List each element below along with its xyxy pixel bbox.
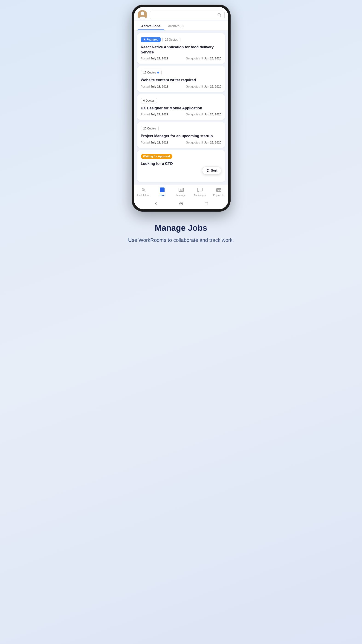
payments-label: Payments: [213, 194, 224, 196]
posted-date-3: Posted July 28, 2021: [141, 113, 168, 116]
hire-icon: [159, 187, 165, 193]
tabs-bar: Active Jobs Archive(9): [134, 21, 228, 30]
job-card-4[interactable]: 20 Quotes Project Manager for an upcomin…: [137, 122, 225, 148]
manage-icon: [178, 187, 184, 193]
card-badges-2: 12 Quotes: [141, 70, 221, 75]
tab-archive[interactable]: Archive(9): [164, 21, 187, 30]
svg-point-1: [141, 12, 144, 15]
promo-title: Manage Jobs: [128, 223, 234, 233]
jobs-list: Featured 29 Quotes React Native Applicat…: [134, 30, 228, 185]
android-nav-bar: [134, 199, 228, 209]
nav-payments[interactable]: Payments: [212, 187, 226, 196]
messages-icon: [197, 187, 203, 193]
hire-label: Hire: [160, 194, 165, 196]
job-meta-3: Posted July 28, 2021 Get quotes till Jun…: [141, 113, 221, 116]
search-icon: [217, 13, 222, 17]
svg-point-7: [142, 189, 144, 190]
messages-label: Messages: [194, 194, 206, 196]
recents-button[interactable]: [204, 201, 209, 206]
avatar: [138, 10, 147, 20]
sort-label: Sort: [211, 168, 218, 172]
quotes-date-1: Get quotes till Jun 26, 2020: [186, 57, 221, 60]
posted-date-2: Posted July 28, 2021: [141, 85, 168, 88]
job-meta-4: Posted July 28, 2021 Get quotes till Jun…: [141, 141, 221, 144]
svg-rect-10: [217, 188, 221, 192]
home-button[interactable]: [179, 201, 184, 206]
find-talent-icon: [140, 187, 146, 193]
svg-rect-12: [219, 190, 220, 191]
job-title-3: UX Designer for Mobile Application: [141, 106, 221, 111]
badge-waiting: Waiting for Approval: [141, 154, 172, 159]
search-box[interactable]: [150, 10, 225, 19]
svg-line-4: [220, 16, 221, 17]
new-indicator-dot: [157, 72, 159, 74]
badge-quotes-3: 0 Quotes: [141, 98, 157, 104]
badge-quotes-4: 20 Quotes: [141, 126, 159, 131]
job-title-1: React Native Application for food delive…: [141, 45, 221, 54]
svg-point-14: [180, 203, 182, 204]
card-badges-5: Waiting for Approval: [141, 154, 221, 159]
card-badges-1: Featured 29 Quotes: [141, 37, 221, 42]
job-title-5: Looking for a CTO: [141, 161, 221, 166]
svg-point-11: [217, 190, 218, 191]
badge-featured: Featured: [141, 37, 161, 42]
card-badges-3: 0 Quotes: [141, 98, 221, 104]
job-card-2[interactable]: 12 Quotes Website content writer require…: [137, 66, 225, 92]
job-title-4: Project Manager for an upcoming startup: [141, 134, 221, 139]
find-talent-label: Find Talent: [137, 194, 150, 196]
phone-screen: Active Jobs Archive(9) Featured 29 Quote…: [134, 7, 228, 209]
promo-subtitle: Use WorkRooms to collaborate and track w…: [128, 236, 234, 244]
back-button[interactable]: [153, 201, 158, 206]
job-meta-1: Posted July 28, 2021 Get quotes till Jun…: [141, 57, 221, 60]
nav-find-talent[interactable]: Find Talent: [136, 187, 150, 196]
badge-quotes-2: 12 Quotes: [141, 70, 162, 75]
bottom-nav: Find Talent Hire: [134, 185, 228, 199]
nav-hire[interactable]: Hire: [155, 187, 169, 196]
nav-messages[interactable]: Messages: [193, 187, 207, 196]
job-title-2: Website content writer required: [141, 78, 221, 83]
posted-date-1: Posted July 28, 2021: [141, 57, 168, 60]
quotes-date-2: Get quotes till Jun 26, 2020: [186, 85, 221, 88]
promo-section: Manage Jobs Use WorkRooms to collaborate…: [121, 212, 241, 248]
tab-active-jobs[interactable]: Active Jobs: [138, 21, 164, 30]
quotes-date-3: Get quotes till Jun 26, 2020: [186, 113, 221, 116]
job-card-1[interactable]: Featured 29 Quotes React Native Applicat…: [137, 33, 225, 64]
manage-label: Manage: [177, 194, 186, 196]
quotes-date-4: Get quotes till Jun 26, 2020: [186, 141, 221, 144]
payments-icon: [216, 187, 222, 193]
job-card-5[interactable]: Waiting for Approval Looking for a CTO S…: [137, 150, 225, 182]
posted-date-4: Posted July 28, 2021: [141, 141, 168, 144]
svg-rect-15: [205, 202, 208, 205]
top-bar: [134, 7, 228, 20]
phone-frame: Active Jobs Archive(9) Featured 29 Quote…: [132, 4, 231, 212]
job-meta-2: Posted July 28, 2021 Get quotes till Jun…: [141, 85, 221, 88]
card-badges-4: 20 Quotes: [141, 126, 221, 131]
sort-button[interactable]: Sort: [202, 166, 221, 174]
nav-manage[interactable]: Manage: [174, 187, 188, 196]
sort-icon: [206, 168, 210, 172]
badge-quotes-1: 29 Quotes: [162, 37, 180, 42]
job-card-3[interactable]: 0 Quotes UX Designer for Mobile Applicat…: [137, 94, 225, 120]
